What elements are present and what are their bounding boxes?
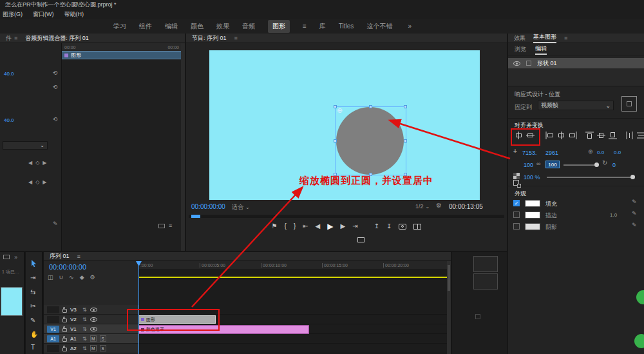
lane-a2[interactable] [138, 344, 447, 353]
opacity-slider[interactable] [547, 177, 633, 178]
sync-lock-icon[interactable]: ⇅ [82, 336, 87, 342]
program-preview[interactable]: ⊕ 缩放椭圆到正圆，并设置居中 [209, 50, 480, 200]
stroke-width-value[interactable]: 1.0 [610, 212, 617, 218]
source-patch[interactable] [47, 316, 59, 323]
stroke-eyedropper-icon[interactable]: ✎ [632, 210, 637, 217]
step-back-button[interactable]: ◀ [316, 222, 321, 231]
shape-selection-box[interactable]: ⊕ [335, 106, 406, 175]
position-x-value[interactable]: 7153. [522, 150, 537, 156]
comparison-view-button[interactable] [413, 224, 421, 230]
playback-resolution-dropdown[interactable]: 1/2 ⌄ [415, 203, 430, 210]
track-lock-icon[interactable] [62, 338, 67, 342]
track-lock-icon[interactable] [62, 328, 67, 332]
align-right-button[interactable] [567, 130, 578, 141]
lane-a1[interactable] [138, 334, 447, 344]
add-marker-button[interactable]: ⚑ [272, 222, 278, 231]
nest-toggle-icon[interactable]: ◫ [48, 274, 53, 280]
track-lock-icon[interactable] [62, 348, 67, 351]
panel-menu-icon[interactable]: ≡ [14, 35, 17, 41]
previous-keyframe-icon[interactable]: ◀ [28, 160, 32, 166]
workspace-tab-graphics[interactable]: 图形 [268, 20, 290, 33]
type-tool[interactable]: T [31, 344, 35, 351]
panel-bottom-rect-icon[interactable] [158, 224, 165, 228]
previous-keyframe-icon[interactable]: ◀ [28, 179, 32, 185]
link-scale-icon[interactable]: ∞ [536, 161, 540, 167]
clip-graphic[interactable]: 图形 [138, 315, 216, 324]
fill-checkbox[interactable]: ✓ [513, 200, 520, 206]
selection-tool[interactable] [30, 259, 37, 270]
zoom-level-dropdown[interactable]: 适合 ⌄ [232, 203, 250, 211]
param-value[interactable]: 40.0 [4, 117, 14, 123]
playhead-line[interactable] [138, 261, 139, 354]
distribute-vertical-button[interactable] [636, 130, 644, 141]
parameter-dropdown[interactable]: ⌄ [3, 141, 48, 150]
tab-effects-panel[interactable]: 效果 [514, 34, 526, 43]
monitor-settings-icon[interactable]: ⚙ [436, 202, 442, 209]
source-patch[interactable]: V1 [47, 326, 59, 333]
work-area-bar[interactable] [138, 277, 447, 278]
menu-help[interactable]: 帮助(H) [64, 10, 84, 19]
workspace-tab-assembly[interactable]: 组件 [139, 22, 152, 31]
tab-audio-clip-mixer[interactable]: 音频剪辑混合器: 序列 01 [25, 34, 89, 43]
ripple-edit-tool[interactable]: ⇆ [30, 288, 35, 295]
monitor-scrub-bar[interactable] [189, 215, 504, 218]
razor-tool[interactable]: ✂ [30, 302, 35, 310]
selection-handle[interactable] [334, 139, 337, 143]
mute-button[interactable]: M [90, 345, 97, 351]
track-lock-icon[interactable] [62, 309, 67, 313]
mute-button[interactable]: M [90, 335, 97, 342]
panel-menu-icon[interactable]: ≡ [564, 35, 567, 41]
reset-parameter-icon[interactable]: ⟲ [53, 70, 58, 76]
next-keyframe-icon[interactable]: ▶ [43, 160, 46, 166]
align-top-button[interactable] [584, 130, 594, 141]
pencil-icon[interactable]: ✎ [53, 221, 58, 227]
reset-parameter-icon[interactable]: ⟲ [53, 84, 58, 90]
track-lock-icon[interactable] [62, 319, 67, 322]
stroke-checkbox[interactable] [513, 211, 520, 218]
align-vertical-center-button[interactable] [525, 130, 535, 141]
solo-button[interactable]: S [100, 335, 106, 342]
add-keyframe-icon[interactable]: ◇ [35, 179, 39, 185]
next-keyframe-icon[interactable]: ▶ [43, 179, 46, 185]
workspace-tab-titles[interactable]: Titles [339, 23, 354, 30]
go-to-out-button[interactable]: ⇥ [352, 222, 357, 231]
pin-to-diagram-icon[interactable] [621, 96, 637, 112]
align-center-horizontal-button[interactable] [556, 130, 566, 141]
current-timecode[interactable]: 00:00:00:00 [191, 203, 225, 210]
workspace-tab-libraries[interactable]: 库 [319, 22, 326, 31]
workspace-tab-custom[interactable]: 这个不错 [366, 22, 392, 31]
workspace-tab-effects[interactable]: 效果 [216, 22, 229, 31]
solo-button[interactable]: S [100, 345, 106, 351]
source-patch[interactable]: A1 [47, 335, 59, 342]
tab-essential-graphics[interactable]: 基本图形 [533, 34, 556, 43]
align-left-button[interactable] [544, 130, 554, 141]
workspace-overflow-icon[interactable]: » [408, 23, 412, 30]
sync-lock-icon[interactable]: ⇅ [82, 326, 87, 332]
position-y-value[interactable]: 2961 [545, 150, 558, 156]
fill-eyedropper-icon[interactable]: ✎ [632, 199, 637, 205]
subtab-browse[interactable]: 浏览 [515, 45, 526, 54]
timeline-settings-icon[interactable]: ⚙ [90, 274, 95, 280]
sequence-tab-label[interactable]: 序列 01 [50, 252, 70, 261]
fill-color-swatch[interactable] [525, 200, 540, 207]
export-frame-button[interactable] [399, 224, 406, 230]
workspace-tab-learning[interactable]: 学习 [113, 22, 126, 31]
layer-row-shape[interactable]: 形状 01 [508, 58, 644, 68]
shadow-eyedropper-icon[interactable]: ✎ [632, 222, 637, 228]
lane-v3[interactable] [138, 305, 447, 315]
source-patch[interactable] [47, 345, 59, 352]
track-select-tool[interactable]: ⇥ [30, 274, 35, 281]
align-middle-button[interactable] [596, 130, 606, 141]
add-marker-icon[interactable]: ◆ [80, 274, 84, 280]
pen-tool[interactable]: ✎ [30, 317, 35, 324]
program-tab-label[interactable]: 节目: 序列 01 [192, 34, 227, 43]
panel-overflow-icon[interactable]: » [14, 254, 17, 261]
scrollbar-thumb[interactable] [448, 265, 450, 291]
step-forward-button[interactable]: ▶ [341, 222, 346, 231]
workspace-menu-icon[interactable]: ≡ [303, 23, 307, 30]
panel-menu-icon[interactable]: ≡ [169, 222, 172, 229]
shadow-checkbox[interactable] [513, 223, 520, 230]
snap-toggle-icon[interactable]: ∪ [59, 274, 64, 280]
timeline-timecode[interactable]: 00:00:00:00 [49, 263, 86, 271]
subtab-edit[interactable]: 编辑 [535, 44, 547, 55]
